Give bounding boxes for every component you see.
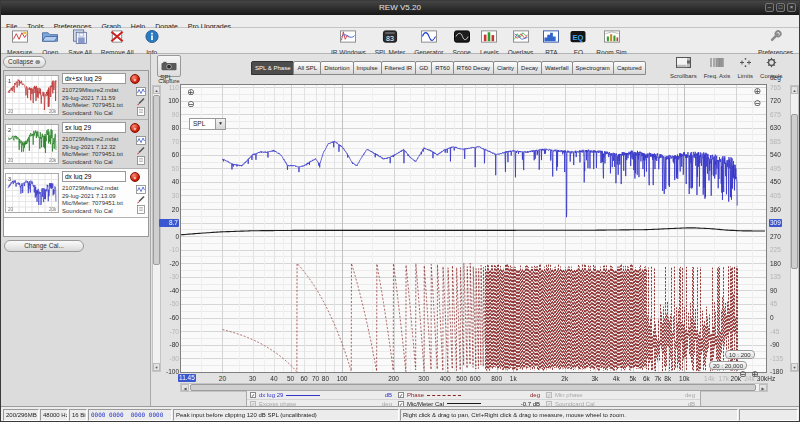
toolbar-remove-all-button[interactable]: Remove All	[99, 29, 136, 56]
measurement-date: 29-lug-2021 7.12.32	[62, 144, 116, 151]
spl-phase-chart-canvas[interactable]	[181, 85, 766, 372]
tab-all-spl[interactable]: All SPL	[293, 61, 321, 75]
scroll-left-arrow[interactable]: ◀	[181, 384, 189, 391]
measurement-edit-pencil-button[interactable]	[136, 146, 146, 155]
scroll-up-arrow[interactable]: ▲	[153, 86, 160, 94]
measurement-card-dx-lug-29[interactable]: ×210729Misure2.mdat29-lug-2021 7.13.09Mi…	[4, 169, 148, 218]
delete-measurement-button[interactable]: ×	[130, 172, 140, 182]
measurement-date: 29-lug-2021 7.13.09	[62, 193, 116, 200]
toolbar-spl-meter-button[interactable]: 83SPL Meter	[373, 29, 407, 56]
measurement-card-dx-sx-lug-29[interactable]: ×210729Misure2.mdat29-lug-2021 7.11.59Mi…	[4, 71, 148, 120]
measurement-name-input[interactable]	[62, 171, 126, 182]
toolbar-ir-windows-button[interactable]: IR Windows	[329, 29, 368, 56]
tab-spl-phase[interactable]: SPL & Phase	[251, 61, 294, 75]
measurement-name-input[interactable]	[62, 122, 126, 133]
zoom-in-y-button[interactable]: ⊕	[187, 88, 195, 97]
toolbar-room-sim-button[interactable]: Room Sim	[594, 29, 628, 56]
toolbar-measure-button[interactable]: Measure	[5, 29, 34, 56]
tab-waterfall[interactable]: Waterfall	[541, 61, 572, 75]
legend-item-phase: ✓Phasedeg	[395, 391, 543, 399]
maximize-button[interactable]: □	[776, 3, 785, 12]
legend-checkbox-phase[interactable]: ✓	[398, 392, 404, 398]
left-axis-title: SPL	[160, 74, 172, 81]
collapse-button[interactable]: Collapse ⊗	[3, 56, 46, 68]
tab-gd[interactable]: GD	[415, 61, 432, 75]
tab-impulse[interactable]: Impulse	[353, 61, 382, 75]
preferences-icon	[766, 29, 784, 44]
y-left-tick: 60	[161, 151, 179, 158]
y-right-tick: -135	[770, 355, 790, 362]
range-10-200-button[interactable]: 10 : 200	[725, 350, 755, 359]
tab-spectrogram[interactable]: Spectrogram	[572, 61, 614, 75]
zoom-out-button[interactable]: ⊖	[753, 99, 761, 108]
graph-tools: ScrollbarsFreq. AxisLimitsControls	[670, 54, 782, 79]
zoom-in-button[interactable]: ⊕	[753, 87, 761, 96]
scroll-right-arrow[interactable]: ▶	[759, 384, 767, 391]
tab-rt60-decay[interactable]: RT60 Decay	[453, 61, 494, 75]
tab-filtered-ir[interactable]: Filtered IR	[381, 61, 417, 75]
scroll-down-arrow[interactable]: ▼	[153, 363, 160, 371]
toolbar-eq-button[interactable]: EQEQ	[567, 29, 589, 56]
measurement-measurement-graph-button[interactable]	[136, 136, 146, 145]
window-title: REW V5.20	[1, 1, 799, 15]
measurement-file: 210729Misure2.mdat	[62, 185, 118, 192]
toolbar-save-all-button[interactable]: Save All	[66, 29, 94, 56]
change-cal-button[interactable]: Change Cal...	[4, 240, 84, 252]
notes-icon	[136, 107, 146, 116]
cursor-freq-readout: 11.45	[178, 374, 196, 382]
measurement-edit-pencil-button[interactable]	[136, 97, 146, 106]
trace-selector-dropdown[interactable]: SPL ▼	[189, 118, 226, 130]
close-button[interactable]: ×	[787, 3, 796, 12]
delete-measurement-button[interactable]: ×	[130, 74, 140, 84]
tab-clarity[interactable]: Clarity	[493, 61, 518, 75]
toolbar-levels-button[interactable]: Levels	[478, 29, 501, 56]
measurement-thumbnail[interactable]	[5, 75, 59, 115]
measurement-notes-button[interactable]	[136, 205, 146, 214]
measurement-notes-button[interactable]	[136, 156, 146, 165]
measurement-measurement-graph-button[interactable]	[136, 185, 146, 194]
toolbar: MeasureOpenSave AllRemove AllInfo IR Win…	[1, 28, 799, 54]
right-vertical-scrollbar: ▲ ▼	[790, 85, 799, 372]
scroll-up-arrow[interactable]: ▲	[791, 86, 798, 94]
scrollbar-thumb[interactable]	[153, 95, 160, 265]
window-controls: – □ ×	[765, 3, 796, 12]
measurement-thumbnail[interactable]	[5, 124, 59, 164]
legend-checkbox-min-phase[interactable]: ✓	[546, 392, 552, 398]
measurement-soundcard: Soundcard: No Cal	[62, 208, 113, 215]
measurement-list: ×210729Misure2.mdat29-lug-2021 7.11.59Mi…	[3, 70, 149, 237]
graph-tool-limits-button[interactable]: Limits	[737, 54, 753, 79]
legend-checkbox-dx-lug-29[interactable]: ✓	[250, 392, 256, 398]
toolbar-overlays-button[interactable]: Overlays	[506, 29, 536, 56]
tab-rt60[interactable]: RT60	[431, 61, 454, 75]
measurement-thumbnail[interactable]	[5, 173, 59, 213]
toolbar-preferences-button[interactable]: Preferences	[756, 29, 795, 56]
tab-distortion[interactable]: Distortion	[320, 61, 353, 75]
delete-measurement-button[interactable]: ×	[130, 123, 140, 133]
left-vertical-scrollbar: ▲ ▼	[152, 85, 161, 372]
measurement-measurement-graph-button[interactable]	[136, 87, 146, 96]
scroll-down-arrow[interactable]: ▼	[791, 363, 798, 371]
toolbar-rta-button[interactable]: RTA	[540, 29, 562, 56]
measurement-edit-pencil-button[interactable]	[136, 195, 146, 204]
measurement-card-sx-lug-29[interactable]: ×210729Misure2.mdat29-lug-2021 7.12.32Mi…	[4, 120, 148, 169]
toolbar-open-button[interactable]: Open	[39, 29, 61, 56]
scrollbar-thumb[interactable]	[791, 114, 798, 269]
toolbar-info-button[interactable]: Info	[141, 29, 163, 56]
minimize-button[interactable]: –	[765, 3, 774, 12]
y-left-tick: -60	[161, 314, 179, 321]
measurement-name-input[interactable]	[62, 73, 126, 84]
graph-tool-scrollbars-button[interactable]: Scrollbars	[670, 54, 697, 79]
y-right-tick: 720	[770, 97, 790, 104]
measurement-soundcard: Soundcard: No Cal	[62, 110, 113, 117]
edit-pencil-icon	[136, 195, 146, 204]
zoom-out-y-button[interactable]: ⊖	[187, 100, 195, 109]
mouse-hint-status: Right click & drag to pan, Ctrl+Right cl…	[400, 409, 738, 421]
tab-captured[interactable]: Captured	[613, 61, 646, 75]
y-right-tick: 270	[770, 233, 790, 240]
graph-tool-freq-axis-button[interactable]: Freq. Axis	[704, 54, 731, 79]
title-bar[interactable]: REW V5.20 – □ ×	[1, 1, 799, 15]
toolbar-scope-button[interactable]: Scope	[450, 29, 472, 56]
toolbar-generator-button[interactable]: Generator	[412, 29, 445, 56]
measurement-notes-button[interactable]	[136, 107, 146, 116]
tab-decay[interactable]: Decay	[517, 61, 542, 75]
